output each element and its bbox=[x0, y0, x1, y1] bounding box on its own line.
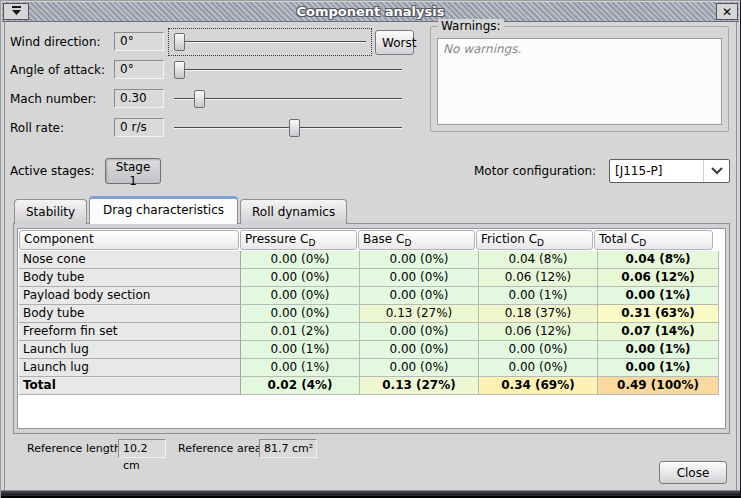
roll-rate-slider-track bbox=[174, 127, 402, 129]
value-cell: 0.31 (63%) bbox=[598, 305, 719, 323]
motor-configuration-value: [J115-P] bbox=[610, 164, 703, 178]
component-cell: Launch lug bbox=[19, 341, 241, 359]
table-row[interactable]: Body tube0.00 (0%)0.13 (27%)0.18 (37%)0.… bbox=[19, 305, 719, 323]
drag-table-scrollpane[interactable]: ComponentPressure CDBase CDFriction CDTo… bbox=[17, 228, 726, 429]
close-button[interactable]: Close bbox=[659, 461, 727, 484]
roll-rate-label: Roll rate: bbox=[10, 118, 64, 138]
value-cell: 0.00 (0%) bbox=[360, 341, 479, 359]
window-frame-bottom bbox=[1, 490, 740, 498]
component-cell: Nose cone bbox=[19, 251, 241, 269]
warnings-group: Warnings: No warnings. bbox=[430, 26, 729, 132]
table-row[interactable]: Total0.02 (4%)0.13 (27%)0.34 (69%)0.49 (… bbox=[19, 377, 719, 395]
column-header-3[interactable]: Friction CD bbox=[476, 230, 593, 250]
window-close-button[interactable]: ✕ bbox=[716, 3, 738, 20]
tab-drag-characteristics[interactable]: Drag characteristics bbox=[89, 196, 238, 224]
value-cell: 0.49 (100%) bbox=[598, 377, 719, 395]
wind-direction-label: Wind direction: bbox=[10, 32, 101, 52]
value-cell: 0.04 (8%) bbox=[598, 251, 719, 269]
roll-rate-field[interactable]: 0 r/s bbox=[114, 118, 164, 137]
mach-number-field[interactable]: 0.30 bbox=[114, 89, 164, 108]
component-cell: Launch lug bbox=[19, 359, 241, 377]
value-cell: 0.34 (69%) bbox=[479, 377, 598, 395]
titlebar[interactable]: Component analysis ✕ bbox=[2, 2, 739, 22]
column-header-text: Base C bbox=[363, 232, 404, 246]
warnings-group-title: Warnings: bbox=[438, 19, 504, 33]
column-header-subscript: D bbox=[404, 238, 411, 248]
angle-of-attack-slider-track bbox=[174, 69, 402, 71]
value-cell: 0.00 (0%) bbox=[241, 287, 360, 305]
table-row[interactable]: Freeform fin set0.01 (2%)0.00 (0%)0.06 (… bbox=[19, 323, 719, 341]
motor-configuration-select[interactable]: [J115-P] bbox=[609, 159, 730, 183]
mach-number-slider-track bbox=[174, 98, 402, 100]
close-icon: ✕ bbox=[722, 5, 732, 19]
value-cell: 0.02 (4%) bbox=[241, 377, 360, 395]
window-frame-right bbox=[736, 22, 739, 490]
value-cell: 0.00 (1%) bbox=[598, 359, 719, 377]
stage-1-toggle-button[interactable]: Stage 1 bbox=[105, 158, 161, 184]
column-header-text: Friction C bbox=[481, 232, 537, 246]
value-cell: 0.00 (0%) bbox=[241, 305, 360, 323]
value-cell: 0.00 (0%) bbox=[241, 269, 360, 287]
value-cell: 0.06 (12%) bbox=[479, 323, 598, 341]
column-header-1[interactable]: Pressure CD bbox=[240, 230, 357, 250]
value-cell: 0.00 (1%) bbox=[479, 287, 598, 305]
component-cell: Payload body section bbox=[19, 287, 241, 305]
window-menu-button[interactable] bbox=[3, 3, 29, 20]
value-cell: 0.00 (1%) bbox=[241, 359, 360, 377]
mach-number-slider-thumb[interactable] bbox=[194, 90, 205, 108]
angle-of-attack-slider-thumb[interactable] bbox=[174, 61, 185, 79]
column-header-4[interactable]: Total CD bbox=[594, 230, 713, 250]
reference-area-label: Reference area: bbox=[178, 442, 265, 455]
table-row[interactable]: Launch lug0.00 (1%)0.00 (0%)0.00 (0%)0.0… bbox=[19, 341, 719, 359]
value-cell: 0.00 (0%) bbox=[360, 359, 479, 377]
column-header-text: Component bbox=[24, 232, 94, 246]
value-cell: 0.13 (27%) bbox=[360, 377, 479, 395]
value-cell: 0.00 (1%) bbox=[241, 341, 360, 359]
value-cell: 0.04 (8%) bbox=[479, 251, 598, 269]
window-frame-left bbox=[2, 22, 5, 490]
reference-length-value: 10.2 cm bbox=[118, 439, 166, 458]
mach-number-label: Mach number: bbox=[10, 89, 96, 109]
roll-rate-slider-thumb[interactable] bbox=[289, 119, 300, 137]
table-row[interactable]: Body tube0.00 (0%)0.00 (0%)0.06 (12%)0.0… bbox=[19, 269, 719, 287]
table-row[interactable]: Launch lug0.00 (1%)0.00 (0%)0.00 (0%)0.0… bbox=[19, 359, 719, 377]
value-cell: 0.06 (12%) bbox=[598, 269, 719, 287]
window-menu-icon bbox=[11, 5, 22, 19]
tab-stability[interactable]: Stability bbox=[14, 199, 87, 224]
window-title: Component analysis bbox=[2, 2, 739, 22]
tab-bar: StabilityDrag characteristicsRoll dynami… bbox=[14, 196, 349, 224]
reference-length-label: Reference length: bbox=[27, 442, 125, 455]
table-row[interactable]: Nose cone0.00 (0%)0.00 (0%)0.04 (8%)0.04… bbox=[19, 251, 719, 269]
wind-direction-worst-button[interactable]: Worst bbox=[375, 30, 414, 55]
active-stages-label: Active stages: bbox=[10, 164, 95, 178]
chevron-down-icon bbox=[703, 160, 729, 182]
wind-direction-slider[interactable] bbox=[172, 32, 368, 52]
drag-table-header-row: ComponentPressure CDBase CDFriction CDTo… bbox=[19, 230, 719, 251]
roll-rate-slider[interactable] bbox=[172, 118, 404, 138]
value-cell: 0.07 (14%) bbox=[598, 323, 719, 341]
component-analysis-dialog: Component analysis ✕ Wind direction:0°Wo… bbox=[0, 0, 741, 498]
column-header-text: Total C bbox=[599, 232, 639, 246]
wind-direction-slider-thumb[interactable] bbox=[174, 33, 185, 51]
drag-table: ComponentPressure CDBase CDFriction CDTo… bbox=[19, 230, 719, 395]
table-row[interactable]: Payload body section0.00 (0%)0.00 (0%)0.… bbox=[19, 287, 719, 305]
angle-of-attack-field[interactable]: 0° bbox=[114, 60, 164, 79]
value-cell: 0.06 (12%) bbox=[479, 269, 598, 287]
component-cell: Body tube bbox=[19, 305, 241, 323]
column-header-2[interactable]: Base CD bbox=[358, 230, 475, 250]
tab-roll-dynamics[interactable]: Roll dynamics bbox=[240, 199, 347, 224]
wind-direction-slider-track bbox=[174, 41, 366, 43]
value-cell: 0.00 (0%) bbox=[360, 251, 479, 269]
wind-direction-field[interactable]: 0° bbox=[114, 32, 164, 51]
value-cell: 0.00 (0%) bbox=[360, 287, 479, 305]
component-cell: Freeform fin set bbox=[19, 323, 241, 341]
drag-characteristics-panel: ComponentPressure CDBase CDFriction CDTo… bbox=[13, 223, 730, 434]
reference-area-value: 81.7 cm² bbox=[259, 439, 317, 458]
angle-of-attack-slider[interactable] bbox=[172, 60, 404, 80]
mach-number-slider[interactable] bbox=[172, 89, 404, 109]
value-cell: 0.00 (0%) bbox=[479, 359, 598, 377]
warnings-list: No warnings. bbox=[437, 38, 722, 125]
component-cell: Total bbox=[19, 377, 241, 395]
column-header-text: Pressure C bbox=[245, 232, 308, 246]
column-header-component[interactable]: Component bbox=[19, 230, 239, 250]
